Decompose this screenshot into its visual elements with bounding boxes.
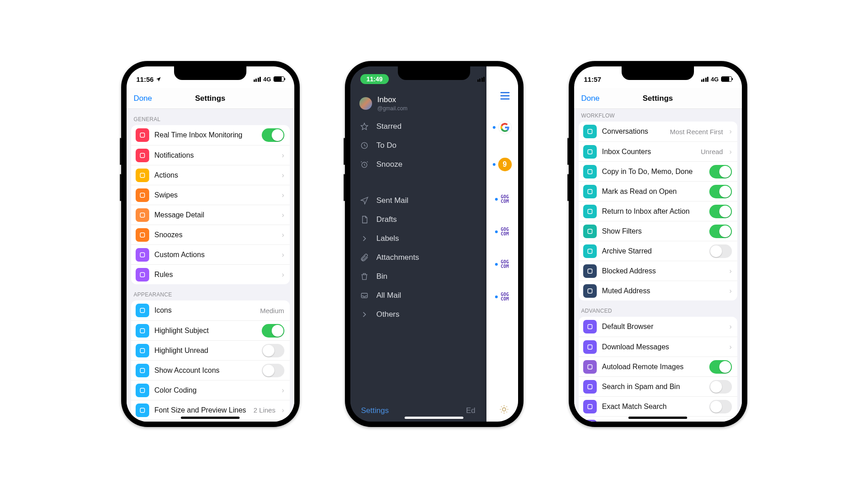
settings-row[interactable]: Highlight Subject (131, 320, 290, 340)
status-time-pill[interactable]: 11:49 (360, 74, 389, 84)
settings-content[interactable]: GENERAL Real Time Inbox MonitoringNotifi… (127, 109, 294, 422)
home-indicator[interactable] (628, 417, 687, 419)
row-value: 2 Lines (254, 406, 275, 414)
row-label: Notifications (155, 151, 276, 160)
drawer-item[interactable]: Sent Mail (350, 191, 486, 210)
account-header[interactable]: Inbox @gmail.com (350, 88, 486, 113)
page-title: Settings (642, 94, 673, 103)
nav-drawer[interactable]: 11:49 4G Inbox @gmail.com StarredTo DoSn… (350, 66, 486, 422)
peek-item[interactable]: GOG COM (486, 292, 518, 301)
settings-row[interactable]: Custom Actions› (131, 244, 290, 264)
chevron-right-icon: › (282, 251, 284, 259)
svg-rect-10 (140, 348, 144, 352)
drawer-edit-link[interactable]: Ed (466, 406, 476, 415)
drawer-item-label: Snooze (377, 160, 403, 169)
settings-row[interactable]: Download Messages› (579, 337, 737, 357)
drawer-settings-link[interactable]: Settings (361, 406, 389, 415)
peek-item[interactable]: GOG COM (486, 260, 518, 269)
home-indicator[interactable] (405, 417, 463, 419)
star-icon (359, 122, 369, 131)
toggle[interactable] (709, 225, 732, 238)
drawer-item[interactable]: Drafts (350, 210, 486, 229)
notch (174, 66, 246, 80)
drawer-item[interactable]: All Mail (350, 286, 486, 305)
peek-item[interactable] (486, 121, 518, 134)
chevron-right-icon: › (282, 151, 284, 160)
settings-row[interactable]: Rules› (131, 264, 290, 284)
row-label: Show Filters (602, 227, 704, 235)
brightness-icon[interactable] (499, 404, 509, 414)
settings-row[interactable]: DescriptionEmail Address› (131, 420, 290, 422)
settings-row[interactable]: Return to Inbox after Action (579, 201, 737, 221)
settings-row[interactable]: Snoozes› (131, 225, 290, 244)
drawer-item[interactable]: Attachments (350, 248, 486, 267)
settings-row[interactable]: Color Coding› (131, 380, 290, 400)
settings-row[interactable]: Exact Match Search (579, 396, 737, 416)
home-indicator[interactable] (181, 417, 240, 419)
hamburger-icon[interactable] (500, 92, 510, 100)
settings-row[interactable]: Search in Spam and Bin (579, 376, 737, 396)
settings-row[interactable]: Archive Starred (579, 241, 737, 261)
settings-row[interactable]: IconsMedium (131, 300, 290, 320)
settings-content[interactable]: WORKFLOW ConversationsMost Recent First›… (574, 109, 742, 422)
settings-row[interactable]: ConversationsMost Recent First› (579, 122, 737, 141)
settings-row[interactable]: Message Detail› (131, 205, 290, 225)
settings-row[interactable]: Show Account Icons (131, 360, 290, 380)
badge-avatar-icon: 9 (498, 158, 512, 171)
chevron-right-icon: › (282, 191, 284, 199)
toggle[interactable] (262, 364, 284, 377)
settings-row[interactable]: Inbox CountersUnread› (579, 141, 737, 161)
drawer-item[interactable]: Snooze (350, 155, 486, 174)
settings-row[interactable]: Notifications› (131, 145, 290, 165)
toggle[interactable] (709, 205, 732, 218)
settings-row[interactable]: Autoload Remote Images (579, 357, 737, 376)
settings-row[interactable]: Copy in To Do, Memo, Done (579, 161, 737, 181)
settings-row[interactable]: Show Filters (579, 221, 737, 241)
toggle[interactable] (709, 165, 732, 178)
row-icon (583, 264, 597, 278)
settings-row[interactable]: Actions› (131, 165, 290, 185)
done-button[interactable]: Done (581, 94, 600, 103)
toggle[interactable] (262, 344, 284, 357)
settings-row[interactable]: Swipes› (131, 185, 290, 205)
drawer-item[interactable]: To Do (350, 136, 486, 155)
row-label: Default Browser (602, 323, 723, 331)
toggle[interactable] (262, 128, 284, 142)
drawer-item[interactable]: Labels (350, 229, 486, 248)
row-icon (583, 320, 597, 333)
peek-item[interactable]: GOG COM (486, 195, 518, 204)
settings-row[interactable]: Default Browser› (579, 317, 737, 337)
settings-row[interactable]: Real Time Inbox Monitoring (131, 125, 290, 145)
done-button[interactable]: Done (134, 94, 152, 103)
settings-row[interactable]: Muted Address› (579, 281, 737, 300)
toggle[interactable] (709, 400, 732, 413)
toggle[interactable] (709, 244, 732, 258)
settings-row[interactable]: Mark as Read on Open (579, 181, 737, 201)
drawer-item[interactable]: Starred (350, 117, 486, 136)
chevron-right-icon: › (282, 386, 284, 394)
toggle[interactable] (709, 185, 732, 198)
drawer-item[interactable]: Bin (350, 267, 486, 286)
svg-rect-28 (588, 324, 592, 328)
peek-item[interactable]: 9 (486, 158, 518, 171)
peek-item[interactable]: GOG COM (486, 227, 518, 236)
toggle[interactable] (709, 380, 732, 394)
row-label: Autoload Remote Images (602, 363, 704, 371)
settings-row[interactable]: Highlight Unread (131, 340, 290, 360)
toggle[interactable] (262, 324, 284, 338)
notch (622, 66, 694, 80)
clock-icon (359, 141, 369, 150)
svg-rect-31 (588, 385, 592, 389)
inbox-peek[interactable]: 9 GOG COM GOG COM GOG COM GOG COM (486, 66, 518, 422)
drawer-item[interactable]: Others (350, 305, 486, 324)
svg-rect-4 (140, 213, 144, 217)
google-avatar-icon (498, 121, 512, 134)
drawer-item-label: Others (377, 310, 400, 319)
tray-icon (359, 291, 369, 300)
toggle[interactable] (709, 360, 732, 374)
gog-avatar-icon: GOG COM (500, 195, 509, 204)
row-icon (136, 364, 149, 377)
svg-rect-21 (588, 169, 592, 174)
settings-row[interactable]: Blocked Address› (579, 261, 737, 281)
row-label: Snoozes (155, 231, 276, 239)
